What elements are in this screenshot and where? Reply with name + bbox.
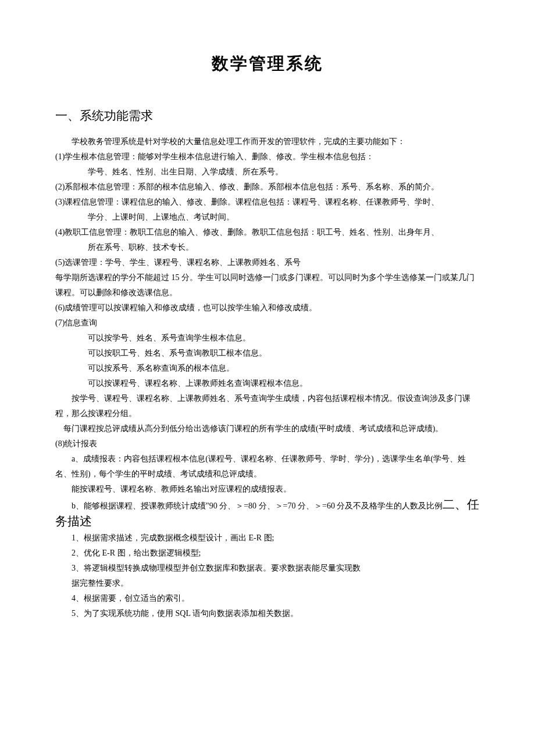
- item-2-line1: (2)系部根本信息管理：系部的根本信息输入、修改、删除。系部根本信息包括：系号、…: [55, 180, 480, 195]
- item-5-line1: (5)选课管理：学号、学生、课程号、课程名称、上课教师姓名、系号: [55, 255, 480, 270]
- section-1-heading: 一、系统功能需求: [55, 108, 480, 124]
- item-8-suba2: 能按课程号、课程名称、教师姓名输出对应课程的成绩报表。: [55, 482, 480, 497]
- item-7-line1: (7)信息查询: [55, 316, 480, 331]
- task-3: 3、将逻辑模型转换成物理模型并创立数据库和数据表。要求数据表能尽量实现数: [55, 561, 480, 576]
- item-1-line2: 学号、姓名、性别、出生日期、入学成绩、所在系号。: [55, 164, 480, 180]
- item-3-line2: 学分、上课时间、上课地点、考试时间。: [55, 210, 480, 225]
- item-7-extra1: 按学号、课程号、课程名称、上课教师姓名、系号查询学生成绩，内容包括课程根本情况。…: [55, 391, 480, 421]
- item-6-line1: (6)成绩管理可以按课程输入和修改成绩，也可以按学生输入和修改成绩。: [55, 300, 480, 316]
- item-7-sub-3: 可以按课程号、课程名称、上课教师姓名查询课程根本信息。: [55, 376, 480, 391]
- item-7-sub-1: 可以按职工号、姓名、系号查询教职工根本信息。: [55, 346, 480, 361]
- item-8-suba: a、成绩报表：内容包括课程根本信息(课程号、课程名称、任课教师号、学时、学分)，…: [55, 452, 480, 482]
- item-5-extra: 每学期所选课程的学分不能超过 15 分。学生可以同时选修一门或多门课程。可以同时…: [55, 270, 480, 300]
- item-8-line1: (8)统计报表: [55, 436, 480, 452]
- item-7-sub-0: 可以按学号、姓名、系号查询学生根本信息。: [55, 331, 480, 346]
- task-5: 5、为了实现系统功能，使用 SQL 语句向数据表添加相关数据。: [55, 606, 480, 621]
- item-1-line1: (1)学生根本信息管理：能够对学生根本信息进行输入、删除、修改。学生根本信息包括…: [55, 149, 480, 164]
- item-4-line2: 所在系号、职称、技术专长。: [55, 240, 480, 255]
- item-7-extra2: 每门课程按总评成绩从高分到低分给出选修该门课程的所有学生的成绩(平时成绩、考试成…: [55, 421, 480, 436]
- task-4: 4、根据需要，创立适当的索引。: [55, 591, 480, 606]
- item-7-sub-2: 可以按系号、系名称查询系的根本信息。: [55, 361, 480, 376]
- document-title: 数学管理系统: [55, 52, 480, 76]
- task-1: 1、根据需求描述，完成数据概念模型设计，画出 E-R 图;: [55, 531, 480, 546]
- intro-text: 学校教务管理系统是针对学校的大量信息处理工作而开发的管理软件，完成的主要功能如下…: [55, 134, 480, 149]
- task-2: 2、优化 E-R 图，给出数据逻辑模型;: [55, 546, 480, 561]
- item-8-subb: b、能够根据课程、授课教师统计成绩"90 分、＞=80 分、＞=70 分、＞=6…: [55, 501, 443, 510]
- item-3-line1: (3)课程信息管理：课程信息的输入、修改、删除。课程信息包括：课程号、课程名称、…: [55, 195, 480, 210]
- task-3b: 据完整性要求。: [55, 576, 480, 591]
- item-4-line1: (4)教职工信息管理：教职工信息的输入、修改、删除。教职工信息包括：职工号、姓名…: [55, 225, 480, 240]
